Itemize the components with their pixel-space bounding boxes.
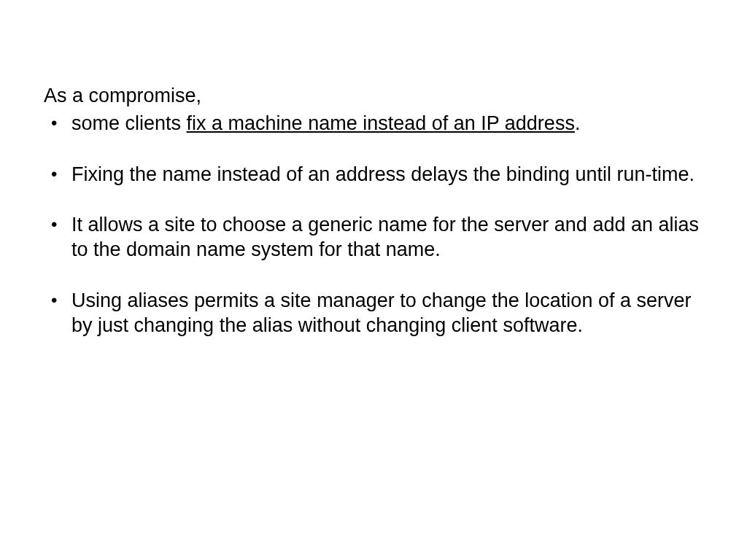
bullet-underlined: fix a machine name instead of an IP addr…	[187, 112, 575, 134]
list-item: Using aliases permits a site manager to …	[44, 289, 703, 338]
bullet-prefix: some clients	[71, 112, 187, 134]
bullet-text: It allows a site to choose a generic nam…	[71, 214, 699, 260]
bullet-suffix: .	[575, 112, 581, 134]
bullet-text: Using aliases permits a site manager to …	[71, 289, 691, 336]
list-item: some clients fix a machine name instead …	[44, 112, 703, 136]
bullet-list: some clients fix a machine name instead …	[44, 112, 703, 338]
intro-text: As a compromise,	[44, 84, 703, 109]
bullet-text: Fixing the name instead of an address de…	[71, 163, 694, 185]
list-item: Fixing the name instead of an address de…	[44, 163, 703, 187]
list-item: It allows a site to choose a generic nam…	[44, 213, 703, 262]
